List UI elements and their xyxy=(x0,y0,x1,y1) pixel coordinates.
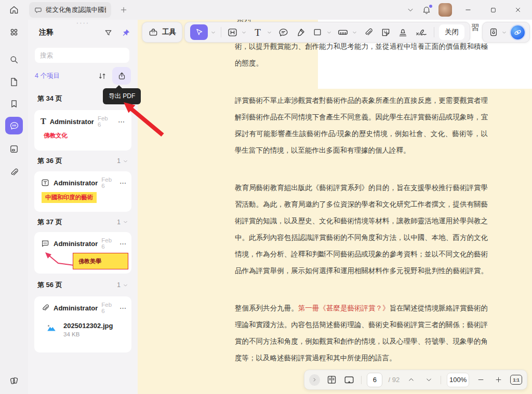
zoom-in-button[interactable] xyxy=(493,374,504,386)
annotation-card[interactable]: Administrator Feb 6 ⋯ 佛教美學 xyxy=(34,232,131,274)
tab-comment-icon xyxy=(34,6,42,14)
zoom-level[interactable]: 100% xyxy=(447,373,470,387)
previous-page-button[interactable] xyxy=(405,374,417,386)
chevron-down-icon[interactable] xyxy=(406,6,415,14)
sidebar-item-grid[interactable] xyxy=(5,23,23,41)
doc-line: 評賞藝術不單止牽涉觀賞者對藝術作品的表象所產生的直接反應，更需要觀賞者理 xyxy=(235,92,488,109)
group-count: 1 xyxy=(117,157,121,165)
notifications-button[interactable] xyxy=(422,5,431,15)
doc-line: 賞的不同方法和角度，例如觀賞和創作的情境，以及心理學、符號學、現象學的角 xyxy=(235,333,488,350)
toolbox-icon xyxy=(148,27,158,37)
doc-line: 度等；以及略述藝術評賞過程和其中所使用的語言。 xyxy=(235,350,488,366)
sticker-tool-button[interactable] xyxy=(379,24,392,40)
annotation-author: Administrator xyxy=(54,304,98,312)
group-label: 第 36 页 xyxy=(37,156,62,166)
export-icon xyxy=(117,71,127,81)
collapse-button[interactable] xyxy=(309,374,320,386)
snapshot-tool-button[interactable] xyxy=(487,24,500,40)
page-number-input[interactable] xyxy=(367,373,382,387)
home-button[interactable] xyxy=(6,3,22,17)
actual-size-button[interactable]: 1:1 xyxy=(510,375,522,385)
chevron-down-icon[interactable] xyxy=(241,30,247,35)
search-input[interactable] xyxy=(40,52,124,59)
new-tab-plus-icon xyxy=(119,6,128,14)
group-header-page-37[interactable]: 第 37 页 1 xyxy=(34,212,131,232)
red-arrow-annotation xyxy=(117,98,169,139)
maximize-button[interactable] xyxy=(484,3,502,17)
highlight-tool-button[interactable] xyxy=(226,24,238,40)
measure-tool-button[interactable] xyxy=(337,24,349,40)
chevron-down-icon[interactable] xyxy=(326,30,332,35)
tools-button[interactable]: 工具 xyxy=(162,28,176,37)
card-menu-button[interactable]: ⋯ xyxy=(119,179,127,187)
annotation-text: 佛教文化 xyxy=(44,132,125,140)
annotation-card[interactable]: Administrator Feb 6 ⋯ 中國和印度的藝術 xyxy=(34,171,131,212)
sidebar-item-comments[interactable] xyxy=(5,117,23,134)
stamp-icon xyxy=(397,27,408,38)
measure-icon xyxy=(337,26,349,38)
doc-line: 理論和實踐方法。內容包括簡述藝術理論、藝術史和藝術評賞三者的關係；藝術評 xyxy=(235,317,488,333)
attach-tool-button[interactable] xyxy=(362,24,375,40)
group-label: 第 37 页 xyxy=(37,218,62,227)
text-tool-button[interactable]: T xyxy=(251,24,264,40)
attachment-filename[interactable]: 2025012302.jpg xyxy=(63,322,113,330)
chevron-down-icon[interactable] xyxy=(267,30,272,35)
comment-tool-button[interactable] xyxy=(277,24,289,40)
sidebar-item-digest[interactable] xyxy=(5,140,23,158)
pin-icon[interactable] xyxy=(122,29,130,37)
avatar[interactable] xyxy=(438,3,452,17)
sidebar-item-bookmarks[interactable] xyxy=(5,95,23,113)
pen-icon xyxy=(295,27,306,38)
group-count: 1 xyxy=(117,281,121,289)
signature-icon xyxy=(415,26,428,38)
zoom-out-button[interactable] xyxy=(475,374,487,386)
page-layout-button[interactable] xyxy=(326,374,338,386)
shape-tool-button[interactable] xyxy=(311,24,324,40)
next-page-button[interactable] xyxy=(423,374,435,386)
divider xyxy=(441,376,441,384)
chevron-down-icon[interactable] xyxy=(210,30,216,35)
sidebar-item-attachments[interactable] xyxy=(5,164,23,181)
stamp-tool-button[interactable] xyxy=(396,24,409,40)
presentation-button[interactable] xyxy=(343,374,355,386)
comments-icon xyxy=(9,120,20,131)
close-window-button[interactable] xyxy=(509,3,527,17)
filter-icon[interactable] xyxy=(104,29,113,37)
sidebar-item-theme[interactable] xyxy=(5,372,23,389)
sort-button[interactable] xyxy=(95,69,109,83)
doc-line: 中。此系列內容包括認識評賞藝術的不同角度和方法，以中國、本地、西方的文化 xyxy=(235,229,488,246)
group-header-page-36[interactable]: 第 36 页 1 xyxy=(34,151,131,171)
pdf-viewer[interactable]: 系列 習 工具 T 关闭 術，以提升觀賞能力、創作能力和思考能力， xyxy=(138,20,532,394)
presentation-icon xyxy=(343,374,355,386)
panel-drag-handle[interactable]: ···· xyxy=(28,20,138,26)
notification-dot xyxy=(429,5,432,8)
card-menu-button[interactable]: ⋯ xyxy=(119,240,127,248)
divider xyxy=(434,27,434,37)
chevron-down-icon[interactable] xyxy=(501,30,507,35)
minimize-button[interactable] xyxy=(459,3,477,17)
book-view-icon xyxy=(326,374,337,385)
pages-icon xyxy=(9,77,19,87)
shape-icon xyxy=(312,27,323,37)
document-tab[interactable]: 從文化角度認識中國藝術 xyxy=(29,2,111,18)
clipped-page-text: 習 xyxy=(471,23,479,33)
pen-tool-button[interactable] xyxy=(294,24,307,40)
sidebar-item-search[interactable] xyxy=(5,51,23,69)
card-menu-button[interactable]: ⋯ xyxy=(119,304,127,312)
search-field[interactable] xyxy=(35,48,129,63)
sidebar-item-pages[interactable] xyxy=(5,73,23,91)
group-header-page-56[interactable]: 第 56 页 1 xyxy=(34,274,131,296)
export-button[interactable] xyxy=(112,67,131,85)
select-tool-button[interactable] xyxy=(190,24,208,40)
annotation-date: Feb 6 xyxy=(101,237,112,250)
highlight-icon xyxy=(227,27,238,38)
ai-assistant-button[interactable] xyxy=(511,25,525,39)
new-tab-button[interactable] xyxy=(117,4,130,16)
page-total: / 92 xyxy=(388,376,400,384)
annotation-text: 佛教美學 xyxy=(73,253,128,269)
annotation-card[interactable]: Administrator Feb 6 ⋯ 2025012302.jpg 34 … xyxy=(34,296,131,352)
close-annotation-button[interactable]: 关闭 xyxy=(439,24,464,40)
doc-line: 教育局藝術教育組出版此《藝術評賞系列》的目的，旨在支援學校推行藝術評賞學 xyxy=(235,180,488,196)
signature-tool-button[interactable] xyxy=(414,24,429,40)
chevron-down-icon[interactable] xyxy=(352,30,357,35)
